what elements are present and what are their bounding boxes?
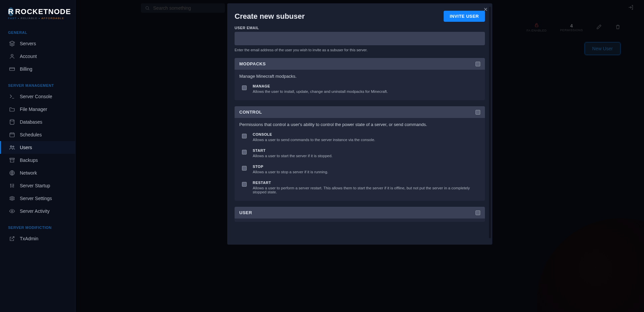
sidebar-item-label: Network bbox=[20, 170, 37, 176]
folder-icon bbox=[9, 106, 15, 112]
brand-tagline: FAST • RELIABLE • AFFORDABLE bbox=[8, 17, 67, 20]
perm-item[interactable]: CONSOLEAllows a user to send commands to… bbox=[235, 129, 485, 145]
sliders-icon bbox=[9, 183, 15, 189]
invite-user-button[interactable]: INVITE USER bbox=[444, 11, 485, 22]
sidebar-item-label: Server Settings bbox=[20, 196, 52, 201]
external-link-icon bbox=[9, 236, 15, 242]
sidebar-item-databases[interactable]: Databases bbox=[0, 116, 75, 128]
sidebar-item-account[interactable]: Account bbox=[0, 50, 75, 63]
eye-icon bbox=[9, 208, 15, 214]
perm-group-title: USER bbox=[239, 210, 252, 215]
svg-point-4 bbox=[10, 146, 12, 147]
perm-item-title: STOP bbox=[253, 165, 328, 169]
sidebar-item-label: Users bbox=[20, 145, 32, 150]
modal-title: Create new subuser bbox=[235, 12, 305, 21]
user-icon bbox=[9, 53, 15, 59]
sidebar-item-label: Server Console bbox=[20, 94, 52, 99]
perm-group-user: USER bbox=[235, 207, 485, 222]
perm-group-header[interactable]: USER bbox=[235, 207, 485, 219]
sidebar-item-network[interactable]: Network bbox=[0, 167, 75, 179]
perm-item-title: RESTART bbox=[253, 181, 478, 185]
svg-point-2 bbox=[10, 120, 14, 121]
sidebar-item-billing[interactable]: Billing bbox=[0, 63, 75, 75]
perm-item-desc: Allows a user to start the server if it … bbox=[253, 154, 333, 158]
perm-item-desc: Allows the user to install, update, chan… bbox=[253, 89, 388, 93]
globe-icon bbox=[9, 170, 15, 176]
perm-item[interactable]: STOPAllows a user to stop a server if it… bbox=[235, 161, 485, 177]
sidebar-item-label: Schedules bbox=[20, 132, 42, 137]
modal-scrollbar[interactable] bbox=[489, 7, 491, 238]
section-mgmt: SERVER MANAGEMENT bbox=[0, 75, 75, 90]
sidebar-item-label: Servers bbox=[20, 41, 36, 46]
perm-group-title: MODPACKS bbox=[239, 61, 266, 66]
sidebar-item-label: Server Activity bbox=[20, 208, 50, 214]
sidebar-item-txadmin[interactable]: TxAdmin bbox=[0, 232, 75, 245]
perm-group-title: CONTROL bbox=[239, 110, 262, 115]
perm-item-title: START bbox=[253, 148, 333, 152]
sidebar-item-files[interactable]: File Manager bbox=[0, 103, 75, 116]
user-email-input[interactable] bbox=[235, 32, 485, 45]
section-general: GENERAL bbox=[0, 22, 75, 37]
perm-item[interactable]: STARTAllows a user to start the server i… bbox=[235, 145, 485, 161]
perm-group-modpacks: MODPACKSManage Minecraft modpacks.MANAGE… bbox=[235, 58, 485, 100]
sidebar-item-label: Databases bbox=[20, 119, 42, 125]
sidebar-item-activity[interactable]: Server Activity bbox=[0, 205, 75, 217]
perm-group-header[interactable]: CONTROL bbox=[235, 106, 485, 118]
perm-group-checkbox[interactable] bbox=[476, 210, 480, 215]
perm-item-desc: Allows a user to send commands to the se… bbox=[253, 138, 375, 142]
database-icon bbox=[9, 119, 15, 125]
svg-rect-3 bbox=[10, 133, 14, 137]
perm-item[interactable]: RESTARTAllows a user to perform a server… bbox=[235, 177, 485, 197]
svg-rect-6 bbox=[10, 158, 14, 159]
section-mod: SERVER MODIFICTION bbox=[0, 217, 75, 232]
sidebar-item-backups[interactable]: Backups bbox=[0, 154, 75, 167]
email-label: USER EMAIL bbox=[235, 26, 485, 30]
sidebar-item-schedules[interactable]: Schedules bbox=[0, 128, 75, 141]
perm-group-control: CONTROLPermissions that control a user's… bbox=[235, 106, 485, 201]
close-icon bbox=[483, 7, 488, 12]
create-subuser-modal: Create new subuser INVITE USER USER EMAI… bbox=[227, 3, 492, 245]
brand-logo[interactable]: R ROCKETNODE FAST • RELIABLE • AFFORDABL… bbox=[0, 4, 75, 22]
sidebar-item-users[interactable]: Users bbox=[0, 141, 75, 154]
sidebar-item-settings[interactable]: Server Settings bbox=[0, 192, 75, 205]
perm-item-title: MANAGE bbox=[253, 84, 388, 88]
perm-group-checkbox[interactable] bbox=[476, 62, 480, 66]
perm-group-header[interactable]: MODPACKS bbox=[235, 58, 485, 70]
perm-item-checkbox[interactable] bbox=[242, 150, 247, 154]
perm-item-checkbox[interactable] bbox=[242, 182, 247, 187]
sidebar-item-label: File Manager bbox=[20, 107, 47, 112]
users-icon bbox=[9, 144, 15, 150]
main-content: FA ENABLED 4 PERMISSIONS New User bbox=[76, 0, 644, 312]
perm-item-title: CONSOLE bbox=[253, 132, 375, 136]
svg-point-8 bbox=[11, 198, 13, 199]
perm-group-desc: Manage Minecraft modpacks. bbox=[235, 70, 485, 81]
perm-item-checkbox[interactable] bbox=[242, 134, 247, 138]
perm-item[interactable]: MANAGEAllows the user to install, update… bbox=[235, 81, 485, 97]
gear-icon bbox=[9, 195, 15, 201]
sidebar-item-label: Account bbox=[20, 54, 37, 59]
svg-point-5 bbox=[13, 146, 14, 147]
email-help: Enter the email address of the user you … bbox=[235, 48, 485, 52]
svg-rect-1 bbox=[10, 68, 15, 71]
svg-point-0 bbox=[11, 54, 13, 56]
rocket-icon: R bbox=[8, 7, 14, 16]
brand-name: ROCKETNODE bbox=[15, 7, 71, 16]
perm-item-checkbox[interactable] bbox=[242, 166, 247, 171]
perm-item-desc: Allows a user to perform a server restar… bbox=[253, 186, 478, 194]
sidebar-item-label: Server Startup bbox=[20, 183, 50, 188]
modal-overlay[interactable]: Create new subuser INVITE USER USER EMAI… bbox=[76, 0, 644, 312]
sidebar-item-console[interactable]: Server Console bbox=[0, 90, 75, 103]
layers-icon bbox=[9, 41, 15, 47]
sidebar-item-label: TxAdmin bbox=[20, 236, 38, 241]
sidebar-item-startup[interactable]: Server Startup bbox=[0, 179, 75, 192]
card-icon bbox=[9, 66, 15, 72]
svg-point-9 bbox=[11, 210, 13, 212]
sidebar-item-servers[interactable]: Servers bbox=[0, 37, 75, 50]
sidebar: R ROCKETNODE FAST • RELIABLE • AFFORDABL… bbox=[0, 0, 76, 312]
perm-group-desc: Permissions that control a user's abilit… bbox=[235, 118, 485, 129]
terminal-icon bbox=[9, 93, 15, 100]
perm-item-checkbox[interactable] bbox=[242, 85, 247, 90]
archive-icon bbox=[9, 157, 15, 163]
perm-group-checkbox[interactable] bbox=[476, 110, 480, 115]
modal-close-button[interactable] bbox=[483, 7, 488, 13]
